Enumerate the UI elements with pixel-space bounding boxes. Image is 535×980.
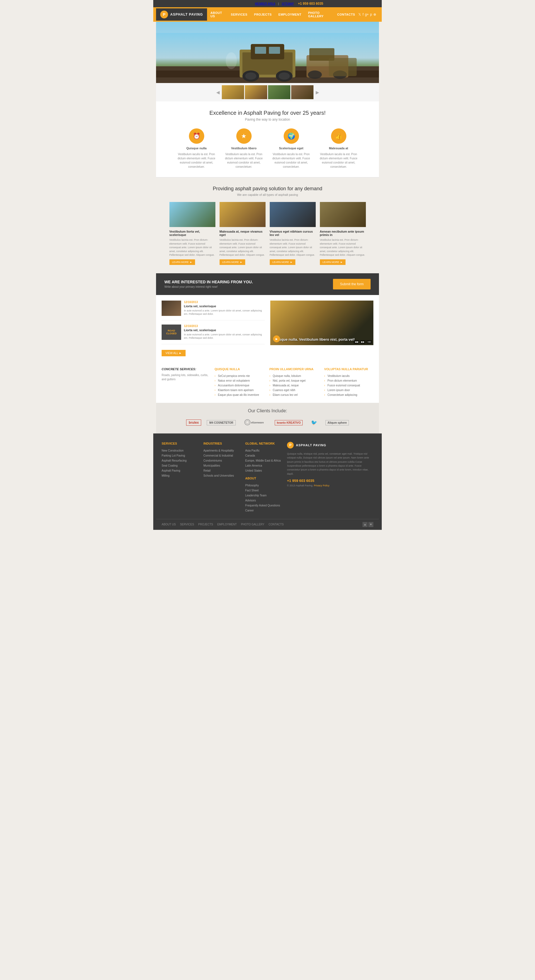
video-play-button[interactable]: ▶ bbox=[273, 336, 280, 342]
list-item: Eaque plus quae ab illo inventore bbox=[215, 393, 264, 397]
footer-industry-link[interactable]: Condominiums bbox=[204, 459, 222, 462]
member-area-link[interactable]: MEMBER AREA bbox=[255, 2, 275, 5]
gplus-icon[interactable]: g+ bbox=[365, 13, 369, 16]
service-img-3 bbox=[270, 202, 316, 227]
thumbnail-1[interactable] bbox=[222, 85, 244, 99]
hero-section: ◀ ▶ bbox=[156, 22, 379, 102]
thumbnail-3[interactable] bbox=[268, 85, 290, 99]
rss-icon[interactable]: ⊕ bbox=[373, 13, 376, 16]
services-subheading: We are capable of all types of asphalt p… bbox=[162, 193, 373, 196]
svg-point-19 bbox=[245, 420, 250, 425]
footer-bottom-projects[interactable]: PROJECTS bbox=[198, 523, 213, 526]
learn-more-btn-1[interactable]: LEARN MORE ► bbox=[169, 259, 195, 265]
news-video-section: 12/10/2013 Liorta vel, scelerisque In au… bbox=[156, 295, 379, 362]
pinterest-icon[interactable]: p bbox=[370, 13, 372, 16]
learn-more-btn-3[interactable]: LEARN MORE ► bbox=[270, 259, 295, 265]
sitemap-link[interactable]: SITEMAP bbox=[282, 2, 294, 5]
video-ctrl-hd[interactable]: HD bbox=[366, 340, 372, 344]
hero-image bbox=[156, 22, 379, 83]
top-header-bar: MEMBER AREA | SITEMAP +1 959 603 6035 bbox=[153, 0, 382, 7]
list-col-3: VOLUPTAS NULLA PARIATUR Vestibulum iacul… bbox=[324, 368, 373, 397]
footer-about-link[interactable]: Career bbox=[245, 509, 254, 512]
footer-industries-title: INDUSTRIES bbox=[204, 442, 240, 445]
footer-bottom-services[interactable]: SERVICES bbox=[180, 523, 194, 526]
footer-service-link[interactable]: Asphalt Resurfacing bbox=[162, 459, 187, 462]
list-item: Quisque nulla, lobulum bbox=[269, 374, 319, 378]
feature-title-2: Vestibulum libero bbox=[224, 146, 263, 150]
footer-network-link[interactable]: Asia Pacific bbox=[245, 449, 260, 452]
nav-services[interactable]: SERVICES bbox=[228, 9, 250, 20]
footer-service-link[interactable]: New Construction bbox=[162, 449, 184, 452]
footer-service-link[interactable]: Seal Coating bbox=[162, 464, 177, 467]
next-arrow[interactable]: ▶ bbox=[314, 88, 320, 96]
footer-about-link[interactable]: Leadership Team bbox=[245, 494, 267, 497]
learn-more-btn-2[interactable]: LEARN MORE ► bbox=[220, 259, 245, 265]
footer-service-link[interactable]: Milling bbox=[162, 474, 169, 477]
footer-about-link[interactable]: Frequently Asked Questions bbox=[245, 504, 280, 507]
service-desc-2: Vestibulus lacinia est. Pron dictum-elem… bbox=[220, 238, 266, 257]
services-section: Providing asphalt paving solution for an… bbox=[156, 177, 379, 273]
concrete-text: Roads, parking lots, sidewalks, curbs, a… bbox=[162, 373, 209, 381]
footer-bottom-gallery[interactable]: PHOTO GALLERY bbox=[241, 523, 264, 526]
footer-logo: P ASPHALT PAVING bbox=[287, 442, 373, 449]
video-box[interactable]: Quisque nulla. Vestibulum libero nisl, p… bbox=[270, 301, 373, 345]
footer-bottom-about[interactable]: ABOUT US bbox=[162, 523, 176, 526]
footer-service-link[interactable]: Parking Lot Paving bbox=[162, 454, 185, 457]
footer-about-title: ABOUT bbox=[245, 477, 282, 480]
scroll-up-button[interactable]: ▲ bbox=[363, 522, 368, 527]
nav-employment[interactable]: EMPLOYMENT bbox=[275, 9, 305, 20]
thumbnail-4[interactable] bbox=[291, 85, 314, 99]
learn-more-btn-4[interactable]: LEARN MORE ► bbox=[320, 259, 346, 265]
nav-gallery[interactable]: PHOTO GALLERY bbox=[305, 7, 334, 22]
video-ctrl-prev[interactable]: ◀◀ bbox=[353, 340, 359, 344]
footer-bottom-contacts[interactable]: CONTACTS bbox=[269, 523, 283, 526]
footer-network-link[interactable]: Latin America bbox=[245, 464, 262, 467]
list-title-1: QUISQUE NULLA bbox=[215, 368, 264, 371]
list-item: Accusantium doloremque bbox=[215, 383, 264, 388]
nav-links: ABOUT US SERVICES PROJECTS EMPLOYMENT PH… bbox=[207, 7, 358, 22]
footer-bottom-employment[interactable]: EMPLOYMENT bbox=[217, 523, 237, 526]
footer-about-link[interactable]: Philosophy bbox=[245, 484, 259, 487]
feature-title-3: Scelerisque eget bbox=[272, 146, 311, 150]
privacy-policy-link[interactable]: Privacy Policy bbox=[314, 484, 330, 487]
service-img-4 bbox=[320, 202, 366, 227]
footer-logo-circle: P bbox=[287, 442, 294, 449]
footer-about-link[interactable]: Fact Sheet bbox=[245, 489, 259, 492]
footer-about-link[interactable]: Advisors bbox=[245, 499, 256, 502]
client-elizenware: elizenware bbox=[241, 418, 269, 428]
footer-industry-link[interactable]: Commercial & Industrial bbox=[204, 454, 233, 457]
news-desc-1: In aute euismod a ante. Lorem ipsum dolo… bbox=[184, 309, 265, 316]
footer-industry-link[interactable]: Apartments & Hospitality bbox=[204, 449, 234, 452]
footer-industry-link[interactable]: Municipalities bbox=[204, 464, 220, 467]
view-all-button[interactable]: VIEW ALL ► bbox=[162, 350, 186, 356]
list-item: Etiam cursus leo vel bbox=[269, 393, 319, 397]
list-item: Cuamos eget nibh bbox=[269, 388, 319, 393]
nav-projects[interactable]: PROJECTS bbox=[251, 9, 275, 20]
nav-about[interactable]: ABOUT US bbox=[207, 7, 228, 22]
site-logo[interactable]: P ASPHALT PAVING bbox=[156, 8, 207, 21]
scroll-down-button[interactable]: ▼ bbox=[368, 522, 373, 527]
list-col-2: PROIN ULLAMCORPER URNA Quisque nulla, lo… bbox=[269, 368, 319, 397]
video-ctrl-next[interactable]: ▶▶ bbox=[360, 340, 366, 344]
footer-network-link[interactable]: United States bbox=[245, 469, 262, 472]
list-items-3: Vestibulum iaculis Pron dictum elementum… bbox=[324, 374, 373, 397]
footer-service-link[interactable]: Asphalt Paving bbox=[162, 469, 180, 472]
list-items-2: Quisque nulla, lobulum Nisl, porta vel, … bbox=[269, 374, 319, 397]
footer-industry-link[interactable]: Schools and Universities bbox=[204, 474, 234, 477]
feature-icon-4: 👍 bbox=[331, 129, 346, 144]
facebook-icon[interactable]: f bbox=[363, 13, 363, 16]
footer-network-link[interactable]: Europe, Middle East & Africa bbox=[245, 459, 280, 462]
twitter-icon[interactable]: 𝕏 bbox=[358, 13, 361, 16]
services-grid: Vestibulum liorta vel, scelerisque Vesti… bbox=[162, 202, 373, 265]
nav-contacts[interactable]: CONTACTS bbox=[334, 9, 358, 20]
submit-form-button[interactable]: Submit the form bbox=[333, 279, 371, 290]
scroll-controls: ▲ ▼ bbox=[363, 522, 373, 527]
thumbnail-2[interactable] bbox=[245, 85, 267, 99]
footer-network-link[interactable]: Canada bbox=[245, 454, 255, 457]
svg-point-20 bbox=[246, 421, 249, 424]
prev-arrow[interactable]: ◀ bbox=[215, 88, 221, 96]
footer-industry-link[interactable]: Retail bbox=[204, 469, 211, 472]
logo-circle: P bbox=[160, 11, 168, 18]
client-keanto: keanto KREATIVO bbox=[275, 420, 303, 425]
intro-section: Excellence in Asphalt Paving for over 25… bbox=[156, 102, 379, 177]
